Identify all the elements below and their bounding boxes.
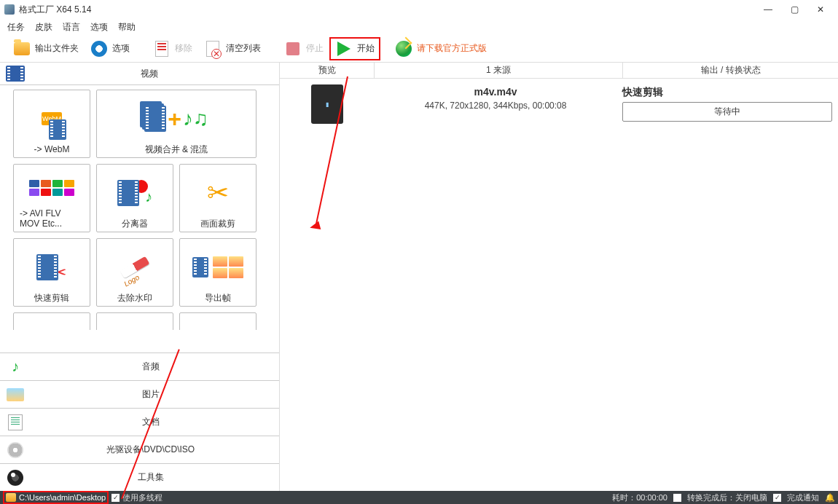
- toolbar: 输出文件夹 选项 移除 清空列表 停止 开始 请下载官方正式版: [0, 35, 838, 63]
- status-bar: C:\Users\admin\Desktop ✓ 使用多线程 耗时：00:00:…: [0, 491, 838, 504]
- menu-skin[interactable]: 皮肤: [35, 21, 52, 34]
- globe-download-icon: [396, 41, 412, 57]
- clear-list-label: 清空列表: [226, 42, 261, 55]
- download-official-label: 请下载官方正式版: [417, 42, 487, 55]
- multithread-checkbox[interactable]: ✓: [111, 494, 120, 502]
- tile-to-avi-etc-label1: -> AVI FLV: [20, 208, 87, 218]
- output-folder-button[interactable]: 输出文件夹: [7, 37, 85, 60]
- menu-help[interactable]: 帮助: [118, 21, 136, 34]
- clear-list-button[interactable]: 清空列表: [198, 37, 267, 60]
- close-button[interactable]: ✕: [813, 2, 828, 17]
- category-strip-tools[interactable]: 工具集: [0, 463, 279, 491]
- tile-to-webm[interactable]: WebM -> WebM: [13, 90, 90, 158]
- tile-separator[interactable]: ♪ 分离器: [96, 164, 173, 232]
- title-bar: 格式工厂 X64 5.14 — ▢ ✕: [0, 0, 838, 19]
- document-clear-icon: [206, 41, 219, 57]
- tools-category-label: 工具集: [28, 471, 273, 484]
- tile-remove-watermark[interactable]: 去除水印: [96, 238, 173, 307]
- play-icon: [337, 42, 351, 56]
- completion-notify-checkbox[interactable]: ✓: [773, 494, 781, 502]
- minimize-button[interactable]: —: [761, 2, 775, 17]
- output-folder-label: 输出文件夹: [35, 42, 79, 55]
- completion-notify-label: 完成通知: [787, 492, 819, 503]
- category-strip-image[interactable]: 图片: [0, 380, 279, 408]
- gear-icon: [91, 41, 107, 57]
- document-category-label: 文档: [28, 416, 273, 428]
- tile-remove-watermark-label: 去除水印: [117, 293, 152, 303]
- multithread-label: 使用多线程: [122, 492, 162, 503]
- menu-options[interactable]: 选项: [90, 21, 108, 34]
- category-strip-document[interactable]: 文档: [0, 408, 279, 436]
- tile-partial-2[interactable]: [96, 312, 173, 330]
- task-operation: 快速剪辑: [622, 86, 832, 99]
- tile-crop[interactable]: ✂ 画面裁剪: [179, 164, 257, 232]
- tile-merge-mux[interactable]: + ♪♫ 视频合并 & 混流: [96, 90, 257, 158]
- video-category-icon: [6, 66, 25, 82]
- shutdown-after-checkbox[interactable]: ✓: [673, 494, 681, 502]
- right-panel: 预览 1 来源 输出 / 转换状态 ▮ m4v.m4v 447K, 720x12…: [280, 63, 838, 491]
- output-path-text: C:\Users\admin\Desktop: [19, 493, 106, 502]
- stop-icon: [286, 42, 299, 55]
- menu-language[interactable]: 语言: [63, 21, 80, 34]
- output-path-button[interactable]: C:\Users\admin\Desktop: [3, 491, 109, 504]
- tile-merge-mux-label: 视频合并 & 混流: [145, 144, 208, 154]
- eraser-icon: [120, 256, 150, 278]
- folder-icon: [6, 493, 16, 502]
- task-filename: m4v.m4v: [375, 86, 616, 98]
- tile-crop-label: 画面裁剪: [200, 218, 235, 229]
- folder-icon: [14, 42, 30, 55]
- film-icon: [144, 106, 166, 132]
- start-button[interactable]: 开始: [329, 37, 380, 60]
- col-header-preview[interactable]: 预览: [280, 63, 375, 78]
- category-header-video[interactable]: 视频: [0, 63, 279, 85]
- stop-label: 停止: [306, 42, 324, 55]
- music-note-icon: ♪: [12, 358, 19, 375]
- disc-category-label: 光驱设备\DVD\CD\ISO: [28, 444, 273, 456]
- tile-to-webm-label: -> WebM: [34, 144, 70, 154]
- menu-bar: 任务 皮肤 语言 选项 帮助: [0, 19, 838, 35]
- image-icon: [7, 388, 24, 401]
- tools-icon: [7, 470, 23, 486]
- document-remove-icon: [155, 41, 168, 57]
- window-title: 格式工厂 X64 5.14: [19, 4, 91, 16]
- remove-button[interactable]: 移除: [147, 37, 198, 60]
- tile-quick-cut-label: 快速剪辑: [34, 293, 69, 303]
- tile-export-frames[interactable]: 导出帧: [179, 238, 257, 307]
- stop-button[interactable]: 停止: [278, 37, 329, 60]
- col-header-source[interactable]: 1 来源: [375, 63, 623, 78]
- music-note-icon: ♪♫: [183, 107, 208, 130]
- options-button[interactable]: 选项: [85, 37, 136, 60]
- tile-partial-1[interactable]: [13, 312, 90, 330]
- left-panel: 视频 WebM -> WebM + ♪♫ 视频合并 & 混流: [0, 63, 280, 491]
- tile-separator-label: 分离器: [122, 218, 148, 229]
- task-meta: 447K, 720x1280, 344Kbps, 00:00:08: [375, 101, 616, 111]
- disc-icon: [7, 442, 23, 458]
- elapsed-value: 00:00:00: [636, 493, 667, 502]
- tile-to-avi-etc[interactable]: -> AVI FLV MOV Etc...: [13, 164, 90, 232]
- image-category-label: 图片: [28, 388, 273, 401]
- film-icon: [117, 180, 139, 206]
- task-row[interactable]: ▮ m4v.m4v 447K, 720x1280, 344Kbps, 00:00…: [280, 79, 838, 128]
- download-official-button[interactable]: 请下载官方正式版: [389, 37, 493, 60]
- options-label: 选项: [112, 42, 130, 55]
- video-category-label: 视频: [25, 68, 273, 80]
- remove-label: 移除: [175, 42, 192, 55]
- tile-partial-3[interactable]: [179, 312, 257, 330]
- tile-to-avi-etc-label2: MOV Etc...: [20, 218, 87, 229]
- scissors-icon: ✂: [207, 178, 229, 208]
- thumbnails-icon: [213, 256, 243, 278]
- document-icon: [8, 414, 23, 430]
- task-status: 等待中: [622, 102, 832, 122]
- elapsed-label: 耗时：: [612, 493, 636, 502]
- category-strip-disc[interactable]: 光驱设备\DVD\CD\ISO: [0, 436, 279, 463]
- col-header-output[interactable]: 输出 / 转换状态: [623, 63, 838, 78]
- app-icon: [4, 4, 15, 15]
- menu-tasks[interactable]: 任务: [7, 21, 25, 34]
- task-thumbnail: ▮: [311, 84, 343, 124]
- shutdown-after-label: 转换完成后：关闭电脑: [687, 492, 767, 503]
- maximize-button[interactable]: ▢: [787, 2, 802, 17]
- start-label: 开始: [357, 42, 375, 55]
- audio-category-label: 音频: [28, 361, 273, 373]
- category-strip-audio[interactable]: ♪ 音频: [0, 353, 279, 380]
- tile-quick-cut[interactable]: ✂ 快速剪辑: [13, 238, 90, 307]
